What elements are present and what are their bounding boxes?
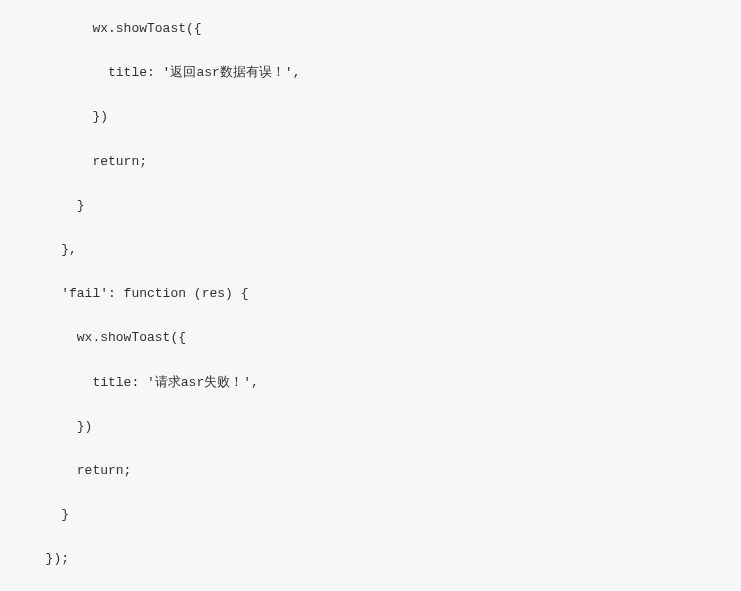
code-line: })	[30, 418, 711, 436]
code-line: return;	[30, 153, 711, 171]
code-line: wx.showToast({	[30, 20, 711, 38]
code-line: }	[30, 197, 711, 215]
code-line: 'fail': function (res) {	[30, 285, 711, 303]
code-line: return;	[30, 462, 711, 480]
code-line: wx.showToast({	[30, 329, 711, 347]
code-line: })	[30, 108, 711, 126]
code-block: wx.showToast({ title: '返回asr数据有误！', }) r…	[30, 20, 711, 591]
code-line: }	[30, 506, 711, 524]
code-line: });	[30, 550, 711, 568]
code-line: title: '请求asr失败！',	[30, 374, 711, 392]
code-line: },	[30, 241, 711, 259]
code-line: title: '返回asr数据有误！',	[30, 64, 711, 82]
